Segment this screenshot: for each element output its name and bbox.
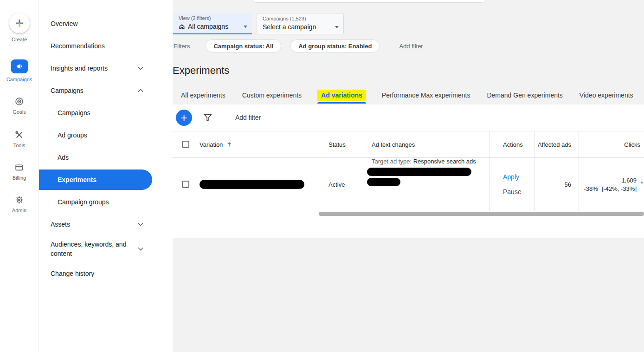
column-header-clicks[interactable]: Clicks	[579, 131, 644, 157]
column-header-status[interactable]: Status	[319, 131, 364, 157]
tab-custom-experiments[interactable]: Custom experiments	[241, 90, 303, 101]
top-search-bar-partial[interactable]	[251, 0, 486, 3]
sidebar-item-experiments[interactable]: Experiments	[39, 169, 152, 190]
sidebar-item-label: Overview	[51, 20, 77, 27]
sidebar-item-audiences-keywords-content[interactable]: Audiences, keywords, and content	[39, 235, 173, 262]
page-title: Experiments	[173, 65, 229, 77]
rail-label-billing: Billing	[13, 175, 26, 181]
affected-ads-cell: 56	[535, 158, 579, 211]
sidebar-item-label: Experiments	[58, 176, 97, 183]
rail-label-create: Create	[12, 37, 27, 42]
column-header-actions[interactable]: Actions	[489, 131, 535, 157]
status-cell: Active	[319, 158, 364, 211]
target-ad-type-value: Responsive search ads	[413, 158, 476, 165]
table-row: Active Target ad type: Responsive search…	[173, 158, 644, 211]
add-filter-link[interactable]: Add filter	[399, 43, 423, 50]
table-header-row: Variation Status Ad text changes Actions…	[173, 131, 644, 158]
sidebar-item-recommendations[interactable]: Recommendations	[39, 35, 173, 57]
redacted-ad-text-line	[367, 178, 400, 186]
sidebar-item-ad-groups[interactable]: Ad groups	[39, 124, 173, 146]
sidebar-item-label: Campaign groups	[58, 198, 109, 206]
clicks-change: -38%	[584, 185, 598, 192]
create-plus-icon	[9, 13, 30, 33]
filters-label: Filters	[174, 43, 190, 50]
clicks-value: 1,609	[621, 177, 637, 184]
sidebar-item-change-history[interactable]: Change history	[39, 262, 173, 285]
redacted-variation-name	[200, 180, 304, 189]
tab-demand-gen-experiments[interactable]: Demand Gen experiments	[486, 90, 563, 101]
chevron-down-icon	[335, 26, 339, 28]
table-toolbar: + Add filter	[173, 104, 644, 131]
ad-variations-panel: + Add filter Variation Status Ad text ch…	[173, 104, 644, 238]
rail-item-goals[interactable]: Goals	[0, 97, 39, 115]
view-filter-dropdown[interactable]: View (2 filters) All campaigns	[173, 13, 252, 34]
sidebar-item-campaign-groups[interactable]: Campaign groups	[39, 191, 173, 213]
chevron-down-icon	[138, 66, 143, 70]
billing-card-icon	[15, 163, 24, 172]
actions-cell: Apply Pause	[489, 158, 535, 211]
rail-item-create[interactable]: Create	[0, 13, 39, 42]
experiments-tabs: All experiments Custom experiments Ad va…	[180, 87, 634, 103]
sort-ascending-icon[interactable]	[226, 142, 232, 147]
column-header-ad-text-changes[interactable]: Ad text changes	[364, 131, 489, 157]
horizontal-scrollbar[interactable]	[319, 212, 644, 216]
filter-chip-campaign-status[interactable]: Campaign status: All	[206, 39, 281, 52]
tools-icon	[15, 130, 24, 139]
sidebar-item-insights-and-reports[interactable]: Insights and reports	[39, 57, 173, 79]
chevron-down-icon	[138, 247, 143, 251]
tab-performance-max-experiments[interactable]: Performance Max experiments	[381, 90, 471, 101]
filters-bar: Filters Campaign status: All Ad group st…	[174, 39, 423, 53]
rail-label-tools: Tools	[13, 143, 26, 148]
home-icon	[179, 23, 185, 30]
variation-cell[interactable]	[200, 158, 319, 211]
rail-item-campaigns[interactable]: Campaigns	[0, 59, 39, 82]
sidebar-item-ads[interactable]: Ads	[39, 146, 173, 169]
sidebar-nav: Overview Recommendations Insights and re…	[39, 0, 173, 352]
sidebar-item-label: Ad groups	[58, 131, 87, 139]
sidebar-item-label: Recommendations	[51, 42, 105, 50]
filter-chip-ad-group-status[interactable]: Ad group status: Enabled	[290, 39, 380, 52]
footnote-asterisk: *	[640, 179, 643, 187]
campaign-dropdown-caption: Campaigns (1,523)	[263, 16, 339, 21]
tab-all-experiments[interactable]: All experiments	[180, 90, 226, 101]
column-header-variation[interactable]: Variation	[200, 141, 223, 148]
sidebar-item-overview[interactable]: Overview	[39, 13, 173, 35]
left-icon-rail: Create Campaigns Goals Tools	[0, 0, 39, 352]
tab-video-experiments[interactable]: Video experiments	[579, 90, 634, 101]
sidebar-item-label: Ads	[58, 154, 69, 161]
sidebar-item-campaigns-sub[interactable]: Campaigns	[39, 102, 173, 124]
view-dropdown-caption: View (2 filters)	[179, 15, 247, 21]
chevron-down-icon	[138, 222, 143, 226]
rail-item-tools[interactable]: Tools	[0, 130, 39, 148]
tab-ad-variations[interactable]: Ad variations	[317, 90, 366, 101]
filter-funnel-icon[interactable]	[203, 113, 213, 122]
rail-label-goals: Goals	[13, 109, 26, 115]
view-dropdown-value: All campaigns	[188, 23, 228, 30]
goals-target-icon	[15, 97, 24, 106]
sidebar-item-label: Campaigns	[58, 109, 90, 117]
sidebar-item-assets[interactable]: Assets	[39, 213, 173, 235]
campaign-dropdown-value: Select a campaign	[263, 23, 316, 31]
sidebar-item-label: Assets	[51, 221, 70, 228]
target-ad-type-label: Target ad type:	[372, 158, 412, 165]
campaign-select-dropdown[interactable]: Campaigns (1,523) Select a campaign	[257, 13, 344, 34]
add-ad-variation-button[interactable]: +	[176, 110, 192, 126]
rail-item-admin[interactable]: Admin	[0, 195, 39, 213]
sidebar-item-label: Campaigns	[51, 87, 84, 94]
select-all-checkbox[interactable]	[182, 141, 189, 148]
chevron-down-icon	[244, 26, 247, 28]
chevron-up-icon	[138, 89, 143, 92]
sidebar-item-label: Insights and reports	[51, 65, 108, 72]
column-header-affected-ads[interactable]: Affected ads	[535, 131, 579, 157]
clicks-cell: 1,609 -38%[-42%, -33%] *	[579, 158, 644, 211]
rail-label-admin: Admin	[12, 208, 26, 213]
row-checkbox[interactable]	[182, 181, 189, 188]
campaigns-icon	[11, 59, 28, 73]
rail-label-campaigns: Campaigns	[6, 77, 32, 82]
pause-action-link[interactable]: Pause	[503, 188, 522, 196]
clicks-interval: [-42%, -33%]	[602, 185, 637, 192]
sidebar-item-campaigns[interactable]: Campaigns	[39, 79, 173, 102]
rail-item-billing[interactable]: Billing	[0, 163, 39, 181]
apply-action-link[interactable]: Apply	[503, 173, 522, 181]
table-add-filter-link[interactable]: Add filter	[235, 114, 261, 121]
